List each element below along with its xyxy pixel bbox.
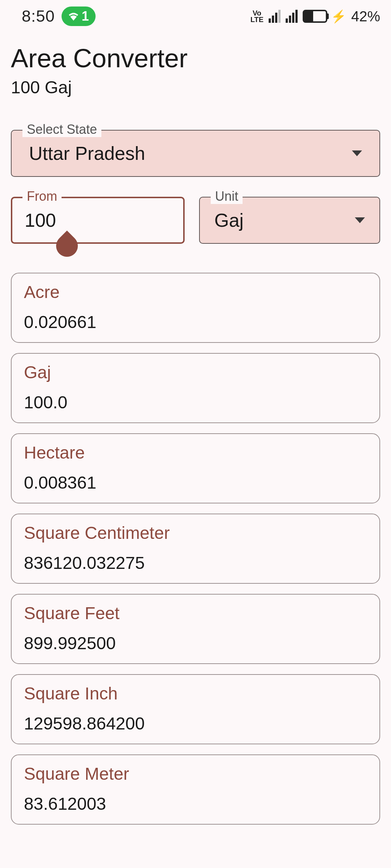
from-input-group: From bbox=[11, 197, 185, 244]
result-label: Square Feet bbox=[24, 603, 367, 623]
state-selector-group: Select State Uttar Pradesh bbox=[11, 130, 380, 177]
results-list: Acre 0.020661 Gaj 100.0 Hectare 0.008361… bbox=[11, 273, 380, 825]
unit-selector-value: Gaj bbox=[214, 209, 244, 231]
result-value: 0.020661 bbox=[24, 312, 367, 332]
from-input-label: From bbox=[22, 189, 62, 204]
result-label: Acre bbox=[24, 282, 367, 302]
input-row: From Unit Gaj bbox=[11, 197, 380, 244]
page-subtitle: 100 Gaj bbox=[11, 77, 380, 97]
unit-selector-group: Unit Gaj bbox=[199, 197, 380, 244]
result-card-square-inch: Square Inch 129598.864200 bbox=[11, 674, 380, 744]
status-right: Vo LTE ⚡ 42% bbox=[251, 8, 380, 25]
unit-selector-label: Unit bbox=[211, 189, 243, 204]
result-label: Hectare bbox=[24, 443, 367, 463]
result-value: 899.992500 bbox=[24, 633, 367, 653]
result-label: Square Meter bbox=[24, 764, 367, 784]
result-card-square-feet: Square Feet 899.992500 bbox=[11, 594, 380, 664]
result-label: Square Centimeter bbox=[24, 523, 367, 543]
result-card-square-centimeter: Square Centimeter 836120.032275 bbox=[11, 514, 380, 584]
state-selector-value: Uttar Pradesh bbox=[29, 142, 145, 164]
result-card-acre: Acre 0.020661 bbox=[11, 273, 380, 343]
result-value: 83.612003 bbox=[24, 794, 367, 814]
wifi-icon bbox=[68, 12, 79, 21]
chevron-down-icon bbox=[352, 150, 362, 156]
wifi-badge: 1 bbox=[62, 7, 96, 26]
charging-bolt-icon: ⚡ bbox=[331, 9, 346, 24]
battery-percent: 42% bbox=[351, 8, 380, 25]
result-card-square-meter: Square Meter 83.612003 bbox=[11, 754, 380, 825]
result-value: 129598.864200 bbox=[24, 714, 367, 733]
state-selector-label: Select State bbox=[22, 122, 101, 137]
result-card-gaj: Gaj 100.0 bbox=[11, 353, 380, 423]
status-bar: 8:50 1 Vo LTE ⚡ 42% bbox=[0, 0, 391, 33]
chevron-down-icon bbox=[355, 217, 365, 223]
status-time: 8:50 bbox=[22, 7, 55, 26]
volte-icon: Vo LTE bbox=[251, 10, 264, 23]
status-left: 8:50 1 bbox=[22, 7, 96, 26]
wifi-badge-count: 1 bbox=[82, 9, 89, 24]
result-value: 0.008361 bbox=[24, 473, 367, 493]
result-value: 100.0 bbox=[24, 392, 367, 412]
page-title: Area Converter bbox=[11, 43, 380, 73]
signal-bars-2-icon bbox=[286, 10, 298, 23]
result-card-hectare: Hectare 0.008361 bbox=[11, 433, 380, 503]
content: Area Converter 100 Gaj Select State Utta… bbox=[0, 43, 391, 825]
result-label: Gaj bbox=[24, 362, 367, 382]
signal-bars-1-icon bbox=[269, 10, 281, 23]
result-value: 836120.032275 bbox=[24, 553, 367, 573]
result-label: Square Inch bbox=[24, 684, 367, 703]
battery-icon bbox=[303, 10, 327, 23]
